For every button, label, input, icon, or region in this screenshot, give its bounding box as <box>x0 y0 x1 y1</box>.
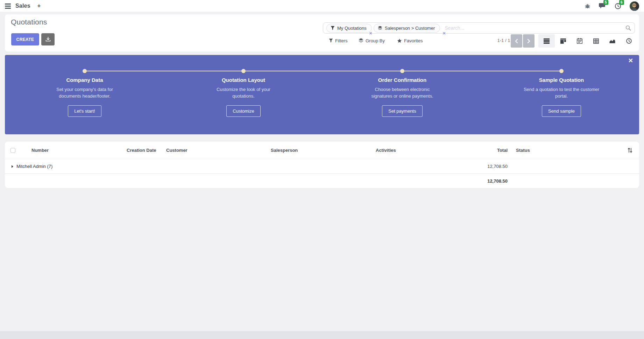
facet-label: Salesperson > Customer <box>385 26 435 31</box>
step-title: Company Data <box>36 77 134 83</box>
group-by-label: Group By <box>366 38 385 43</box>
onboarding-step-order-confirmation: Order Confirmation Choose between electr… <box>353 77 451 117</box>
facet-remove-icon[interactable]: ✕ <box>369 31 372 36</box>
filter-icon <box>331 26 335 30</box>
facet-remove-icon[interactable]: ✕ <box>443 31 446 36</box>
column-header-number[interactable]: Number <box>24 148 127 153</box>
step-title: Quotation Layout <box>194 77 292 83</box>
onboarding-banner: ✕ Company Data Set your company's data f… <box>5 55 639 134</box>
search-bar[interactable]: My Quotations Salesperson > Customer Sea… <box>323 22 635 34</box>
kanban-view-button[interactable] <box>555 34 571 48</box>
step-marker <box>83 69 87 73</box>
export-button[interactable] <box>41 33 55 45</box>
control-panel: Quotations CREATE My Quotations Salesper… <box>5 14 639 51</box>
banner-close-icon[interactable]: ✕ <box>628 58 633 64</box>
app-name[interactable]: Sales <box>15 3 30 9</box>
debug-bug-icon[interactable] <box>585 3 590 9</box>
column-header-activities[interactable]: Activities <box>376 148 481 153</box>
lets-start-button[interactable]: Let's start! <box>68 105 101 117</box>
quotations-list: Number Creation Date Customer Salesperso… <box>5 142 639 188</box>
select-all-checkbox[interactable] <box>10 148 15 153</box>
step-description: Customize the look of your quotations. <box>205 86 282 100</box>
messages-badge: 5 <box>603 0 608 5</box>
footer-total: 12,708.50 <box>481 178 508 184</box>
download-icon <box>45 37 51 42</box>
layers-icon <box>378 26 382 30</box>
sliders-icon <box>628 148 632 153</box>
step-title: Sample Quotation <box>512 77 610 83</box>
bottom-strip <box>0 331 644 339</box>
calendar-view-button[interactable] <box>571 34 588 48</box>
activities-clock-icon[interactable]: 6 <box>615 3 621 9</box>
column-header-salesperson[interactable]: Salesperson <box>271 148 376 153</box>
set-payments-button[interactable]: Set payments <box>382 105 423 117</box>
customize-button[interactable]: Customize <box>226 105 260 117</box>
group-toggle[interactable]: Mitchell Admin (7) <box>5 164 481 169</box>
messages-icon[interactable]: 5 <box>599 3 606 9</box>
search-icon[interactable] <box>625 25 631 31</box>
step-description: Set your company's data for documents he… <box>46 86 123 100</box>
apps-menu-icon[interactable] <box>5 3 11 9</box>
filters-menu[interactable]: Filters <box>329 36 347 45</box>
activity-view-button[interactable] <box>621 34 637 48</box>
list-header-row: Number Creation Date Customer Salesperso… <box>5 142 639 159</box>
group-row-mitchell-admin[interactable]: Mitchell Admin (7) 12,708.50 <box>5 159 639 174</box>
step-description: Choose between electronic signatures or … <box>364 86 441 100</box>
user-avatar[interactable] <box>630 1 639 11</box>
search-input[interactable]: Search... <box>445 25 625 31</box>
layers-icon <box>359 38 363 43</box>
graph-view-button[interactable] <box>604 34 621 48</box>
pager-previous-button[interactable] <box>511 34 522 48</box>
group-label: Mitchell Admin (7) <box>16 164 52 169</box>
group-by-menu[interactable]: Group By <box>359 36 385 45</box>
column-header-status[interactable]: Status <box>516 148 621 153</box>
pager-next-button[interactable] <box>523 34 535 48</box>
filters-label: Filters <box>335 38 347 43</box>
step-marker <box>241 69 246 73</box>
view-switcher <box>538 34 637 48</box>
optional-columns-button[interactable] <box>621 148 639 153</box>
favorites-label: Favorites <box>404 38 423 43</box>
top-navbar: Sales + 5 6 <box>0 0 644 12</box>
create-button[interactable]: CREATE <box>11 33 39 45</box>
step-marker <box>559 69 564 73</box>
step-title: Order Confirmation <box>353 77 451 83</box>
step-marker <box>400 69 404 73</box>
search-facet-groupby[interactable]: Salesperson > Customer <box>374 24 440 33</box>
onboarding-progress-line <box>85 71 561 71</box>
pivot-view-button[interactable] <box>588 34 604 48</box>
favorites-menu[interactable]: Favorites <box>397 36 423 45</box>
step-description: Send a quotation to test the customer po… <box>523 86 600 100</box>
search-facet-my-quotations[interactable]: My Quotations <box>326 24 372 33</box>
send-sample-button[interactable]: Send sample <box>542 105 581 117</box>
activities-badge: 6 <box>619 0 624 5</box>
column-header-customer[interactable]: Customer <box>166 148 271 153</box>
onboarding-step-sample-quotation: Sample Quotation Send a quotation to tes… <box>512 77 610 117</box>
column-header-total[interactable]: Total <box>481 148 508 153</box>
onboarding-step-quotation-layout: Quotation Layout Customize the look of y… <box>194 77 292 117</box>
caret-right-icon <box>12 165 13 168</box>
list-footer-row: 12,708.50 <box>5 174 639 188</box>
star-icon <box>397 38 402 43</box>
facet-label: My Quotations <box>337 26 367 31</box>
page-title: Quotations <box>11 18 47 26</box>
column-header-creation-date[interactable]: Creation Date <box>127 148 166 153</box>
list-view-button[interactable] <box>538 34 555 48</box>
plus-icon[interactable]: + <box>37 3 41 9</box>
filter-icon <box>329 38 333 43</box>
group-total: 12,708.50 <box>481 164 508 169</box>
onboarding-step-company-data: Company Data Set your company's data for… <box>36 77 134 117</box>
